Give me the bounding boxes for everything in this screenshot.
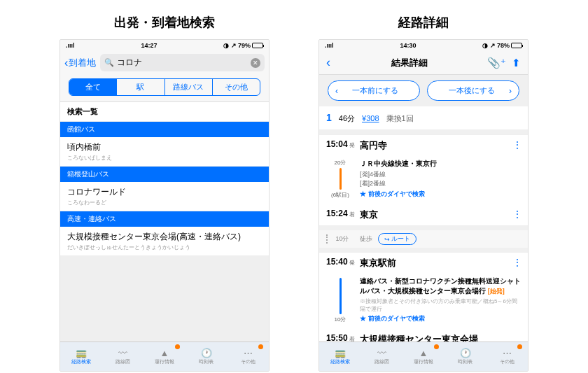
search-icon: 🔍 [104, 58, 114, 67]
phone-left: .ıııl 14:27 ◑ ↗ 79% ‹ 到着地 🔍 コロナ ✕ [59, 39, 270, 372]
station-name: 東京駅前 [360, 257, 507, 269]
status-time: 14:27 [75, 42, 224, 49]
clock-icon: 🕐 [200, 349, 213, 358]
train-icon: 🚃 [75, 349, 88, 358]
tab-map[interactable]: 〰路線図 [361, 342, 403, 371]
route-number: 1 [326, 112, 332, 123]
tab-bar: 🚃経路検索 〰路線図 ▲運行情報 🕐時刻表 ⋯その他 [60, 342, 269, 371]
back-button[interactable]: ‹ [326, 55, 330, 70]
location-icon: ◑ ↗ [482, 42, 496, 49]
category-header: 函館バス [60, 122, 269, 137]
nearby-trains-link[interactable]: ★ 前後のダイヤで検索 [360, 190, 521, 199]
line-name: ＪＲ中央線快速・東京行 [360, 159, 521, 169]
tab-timetable[interactable]: 🕐時刻表 [444, 342, 486, 371]
warning-icon: ▲ [417, 349, 430, 358]
clip-icon[interactable]: 📎⁺ [487, 57, 506, 69]
badge-icon [517, 344, 522, 349]
more-icon[interactable]: ⋮ [512, 139, 521, 150]
segment-other[interactable]: その他 [213, 79, 260, 95]
search-value: コロナ [117, 57, 248, 69]
line-name: 連絡バス・新型コロナワクチン接種無料送迎シャトルバス・大規模接種センター東京会場… [360, 276, 521, 296]
line-indicator [340, 278, 342, 314]
more-icon: ⋯ [500, 349, 513, 358]
segment-control: 全て 駅 路線バス その他 [69, 78, 260, 96]
badge-icon [258, 344, 263, 349]
tab-status[interactable]: ▲運行情報 [402, 342, 444, 371]
station-name: 高円寺 [360, 139, 507, 152]
back-label: 到着地 [69, 57, 96, 69]
chevron-left-icon: ‹ [64, 57, 68, 69]
back-button[interactable]: ‹ 到着地 [64, 57, 96, 69]
header-title: 結果詳細 [337, 57, 482, 69]
leg-duration[interactable]: 20分 (6駅目) [326, 159, 354, 199]
map-icon: 〰 [116, 349, 129, 358]
location-icon: ◑ ↗ [223, 42, 237, 49]
category-header: 箱根登山バス [60, 167, 269, 182]
fare[interactable]: ¥308 [362, 114, 379, 122]
tab-status[interactable]: ▲運行情報 [144, 342, 186, 371]
walk-route-button[interactable]: ↪ ルート [378, 233, 416, 245]
list-header: 検索一覧 [60, 102, 269, 122]
share-icon[interactable]: ⬆︎ [512, 57, 521, 69]
tab-timetable[interactable]: 🕐時刻表 [186, 342, 227, 371]
search-input[interactable]: 🔍 コロナ ✕ [100, 54, 265, 71]
category-header: 高速・連絡バス [60, 211, 269, 227]
prev-train-button[interactable]: ‹一本前にする [328, 80, 420, 101]
route-summary: 1 46分 ¥308 乗換1回 [319, 106, 528, 130]
more-icon[interactable]: ⋮ [512, 209, 521, 220]
page-title-left: 出発・到着地検索 [114, 14, 215, 31]
station-name: 東京 [360, 209, 507, 221]
badge-icon [175, 344, 180, 349]
tab-other[interactable]: ⋯その他 [227, 342, 269, 371]
clear-icon[interactable]: ✕ [251, 58, 260, 68]
nearby-trains-link[interactable]: ★ 前後のダイヤで検索 [360, 314, 521, 323]
walk-segment: 10分 徒歩 ↪ ルート [319, 230, 528, 248]
station-name: 大規模接種センター東京会場 [360, 333, 521, 342]
list-item[interactable]: コロナワールド ころなわーるど [60, 182, 269, 211]
tab-bar: 🚃経路検索 〰路線図 ▲運行情報 🕐時刻表 ⋯その他 [319, 342, 528, 371]
signal-icon: .ıııl [325, 42, 334, 49]
battery-pct: 78% [497, 42, 510, 49]
status-bar: .ıııl 14:30 ◑ ↗ 78% [319, 40, 528, 51]
status-time: 14:30 [334, 42, 483, 49]
segment-bus[interactable]: 路線バス [165, 79, 213, 95]
signal-icon: .ıııl [66, 42, 75, 49]
changes: 乗換1回 [386, 113, 414, 124]
battery-icon [252, 43, 263, 48]
list-item[interactable]: 大規模接種センター東京会場(高速・連絡バス) だいきぼせっしゅせんたーとうきょう… [60, 227, 269, 256]
battery-icon [511, 43, 522, 48]
tab-other[interactable]: ⋯その他 [486, 342, 528, 371]
phone-right: .ıııl 14:30 ◑ ↗ 78% ‹ 結果詳細 📎⁺ ⬆︎ ‹一本前にする… [318, 39, 528, 372]
page-title-right: 経路詳細 [398, 14, 449, 31]
chevron-right-icon: › [509, 86, 512, 96]
badge-icon [434, 344, 439, 349]
map-icon: 〰 [375, 349, 388, 358]
list-item[interactable]: 頃内橋前 ころないばしまえ [60, 137, 269, 167]
leg-duration: 10分 [326, 276, 354, 323]
line-indicator [340, 168, 342, 190]
next-train-button[interactable]: 一本後にする› [427, 80, 519, 101]
clock-icon: 🕐 [459, 349, 472, 358]
segment-all[interactable]: 全て [69, 79, 117, 95]
segment-station[interactable]: 駅 [117, 79, 164, 95]
duration: 46分 [339, 113, 355, 124]
train-icon: 🚃 [334, 349, 346, 358]
tab-map[interactable]: 〰路線図 [102, 342, 144, 371]
more-icon: ⋯ [241, 349, 254, 358]
tab-route-search[interactable]: 🚃経路検索 [60, 342, 102, 371]
more-icon[interactable]: ⋮ [512, 257, 521, 268]
status-bar: .ıııl 14:27 ◑ ↗ 79% [60, 40, 269, 51]
tab-route-search[interactable]: 🚃経路検索 [319, 342, 361, 371]
warning-icon: ▲ [158, 349, 171, 358]
battery-pct: 79% [238, 42, 251, 49]
